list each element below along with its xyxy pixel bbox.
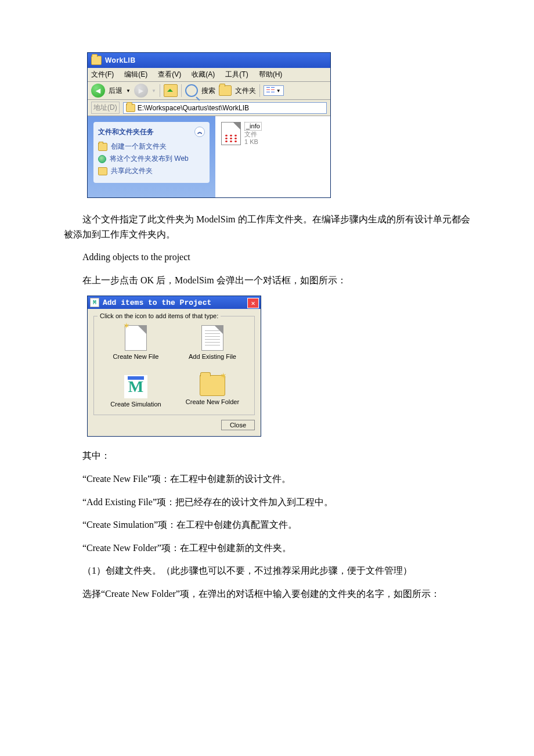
- existing-file-icon: [201, 325, 223, 351]
- up-button[interactable]: [164, 84, 178, 97]
- tasks-panel: 文件和文件夹任务 ︽ 创建一个新文件夹 将这个文件夹发布到 Web 共享此文件夹: [88, 116, 215, 197]
- file-icon: [221, 122, 241, 145]
- simulation-icon: M: [124, 375, 147, 398]
- paragraph: “Create Simulation”项：在工程中创建仿真配置文件。: [64, 517, 476, 532]
- item-label: Create New File: [113, 353, 159, 360]
- item-create-new-file[interactable]: Create New File: [98, 325, 174, 360]
- task-share-folder[interactable]: 共享此文件夹: [98, 165, 205, 177]
- close-button[interactable]: Close: [221, 420, 255, 430]
- files-area[interactable]: _info 文件 1 KB: [215, 116, 330, 197]
- dialog-title: Add items to the Project: [103, 298, 211, 307]
- menu-fav[interactable]: 收藏(A): [192, 70, 215, 80]
- new-folder-icon: [98, 143, 107, 151]
- address-label: 地址(D): [91, 102, 120, 114]
- new-folder-icon: [200, 375, 225, 396]
- file-type: 文件: [244, 131, 257, 138]
- file-size: 1 KB: [244, 138, 258, 145]
- explorer-menubar: 文件(F) 编辑(E) 查看(V) 收藏(A) 工具(T) 帮助(H): [88, 68, 330, 82]
- forward-button[interactable]: ►: [134, 84, 148, 98]
- menu-edit[interactable]: 编辑(E): [124, 70, 147, 80]
- separator: [181, 84, 182, 97]
- address-field[interactable]: E:\Workspace\Quartus\test\WorkLIB: [123, 102, 327, 114]
- paragraph: “Add Existing File”项：把已经存在的设计文件加入到工程中。: [64, 495, 476, 510]
- back-label: 后退: [109, 86, 122, 96]
- tasks-header: 文件和文件夹任务: [98, 127, 154, 137]
- menu-help[interactable]: 帮助(H): [259, 70, 283, 80]
- folders-label: 文件夹: [235, 86, 256, 96]
- chevron-down-icon: ▼: [276, 88, 281, 93]
- paragraph: 在上一步点击 OK 后，ModelSim 会弹出一个对话框，如图所示：: [64, 273, 476, 288]
- paragraph: 其中：: [64, 448, 476, 463]
- back-button[interactable]: ◄: [91, 84, 105, 98]
- paragraph: 选择“Create New Folder”项，在弹出的对话框中输入要创建的文件夹…: [64, 586, 476, 602]
- dialog-legend: Click on the icon to add items of that t…: [98, 312, 221, 319]
- add-items-dialog: M Add items to the Project ✕ Click on th…: [87, 296, 261, 437]
- file-name: _info: [244, 122, 262, 131]
- item-label: Create Simulation: [110, 401, 161, 408]
- search-icon[interactable]: [185, 84, 198, 97]
- menu-tools[interactable]: 工具(T): [225, 70, 248, 80]
- paragraph: “Create New Folder”项：在工程中创建新的文件夹。: [64, 541, 476, 556]
- back-dropdown-icon[interactable]: ▼: [126, 88, 131, 93]
- address-bar: 地址(D) E:\Workspace\Quartus\test\WorkLIB: [88, 100, 330, 116]
- tasks-box: 文件和文件夹任务 ︽ 创建一个新文件夹 将这个文件夹发布到 Web 共享此文件夹: [93, 122, 210, 183]
- views-icon: [266, 87, 275, 94]
- paragraph: （1）创建文件夹。（此步骤也可以不要，不过推荐采用此步骤，便于文件管理）: [64, 563, 476, 578]
- folder-icon: [126, 104, 135, 112]
- task-label: 共享此文件夹: [111, 166, 153, 176]
- dialog-group: Click on the icon to add items of that t…: [93, 312, 255, 415]
- paragraph: “Create New File”项：在工程中创建新的设计文件。: [64, 471, 476, 487]
- menu-view[interactable]: 查看(V): [158, 70, 181, 80]
- separator: [160, 84, 160, 97]
- task-publish-web[interactable]: 将这个文件夹发布到 Web: [98, 153, 205, 165]
- task-label: 创建一个新文件夹: [111, 142, 167, 152]
- item-label: Add Existing File: [189, 353, 236, 360]
- item-label: Create New Folder: [186, 398, 239, 405]
- file-meta: _info 文件 1 KB: [244, 122, 262, 146]
- collapse-button[interactable]: ︽: [194, 127, 205, 137]
- dialog-titlebar[interactable]: M Add items to the Project ✕: [88, 296, 261, 309]
- explorer-toolbar: ◄ 后退 ▼ ► ▼ 搜索 文件夹 ▼: [88, 82, 330, 100]
- item-create-simulation[interactable]: M Create Simulation: [98, 375, 174, 408]
- views-button[interactable]: ▼: [264, 85, 284, 96]
- heading-adding-objects: Adding objects to the project: [64, 250, 476, 265]
- separator: [259, 84, 260, 97]
- modelsim-logo-icon: M: [90, 298, 99, 307]
- task-label: 将这个文件夹发布到 Web: [110, 154, 189, 164]
- folder-icon: [91, 56, 102, 65]
- file-item[interactable]: _info 文件 1 KB: [221, 122, 324, 146]
- item-add-existing-file[interactable]: Add Existing File: [174, 325, 251, 360]
- explorer-body: 文件和文件夹任务 ︽ 创建一个新文件夹 将这个文件夹发布到 Web 共享此文件夹: [88, 116, 330, 197]
- paragraph: 这个文件指定了此文件夹为 ModelSim 的工作库文件夹。在编译步骤内生成的所…: [64, 212, 476, 242]
- new-file-icon: [125, 325, 147, 351]
- search-label: 搜索: [201, 86, 215, 96]
- task-new-folder[interactable]: 创建一个新文件夹: [98, 141, 205, 153]
- menu-file[interactable]: 文件(F): [91, 70, 114, 80]
- close-button[interactable]: ✕: [247, 298, 259, 308]
- forward-dropdown-icon: ▼: [151, 88, 156, 93]
- address-path: E:\Workspace\Quartus\test\WorkLIB: [138, 104, 249, 112]
- explorer-window: WorkLIB 文件(F) 编辑(E) 查看(V) 收藏(A) 工具(T) 帮助…: [87, 52, 331, 198]
- item-create-new-folder[interactable]: Create New Folder: [174, 375, 251, 408]
- folders-icon[interactable]: [219, 85, 232, 96]
- explorer-titlebar[interactable]: WorkLIB: [88, 53, 330, 68]
- explorer-title: WorkLIB: [105, 56, 136, 64]
- share-icon: [98, 167, 107, 175]
- globe-icon: [98, 155, 106, 163]
